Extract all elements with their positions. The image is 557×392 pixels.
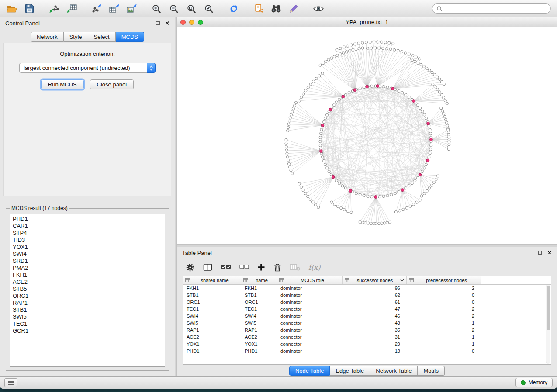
delete-table-button[interactable]	[290, 263, 300, 271]
toolbar-separator	[144, 3, 144, 14]
close-table-panel-button[interactable]	[547, 251, 552, 255]
mcds-result-list[interactable]: PHD1CAR1STP4TID3YOX1SWI4SRD1PMA2FKH1ACE2…	[10, 214, 165, 367]
refresh-button[interactable]	[225, 2, 242, 16]
open-button[interactable]	[3, 2, 20, 16]
close-panel-icon-button[interactable]	[165, 21, 170, 25]
table-cell: 31	[343, 334, 407, 340]
mcds-result-item[interactable]: CAR1	[13, 223, 162, 230]
table-row[interactable]: ORC1ORC1dominator610	[183, 299, 551, 306]
add-row-button[interactable]	[257, 263, 265, 271]
table-row[interactable]: PHD1PHD1dominator180	[183, 347, 551, 354]
mcds-result-item[interactable]: YOX1	[13, 244, 162, 251]
column-type-icon	[279, 278, 284, 282]
mcds-result-item[interactable]: SWI5	[13, 313, 162, 320]
search-input[interactable]	[445, 6, 547, 12]
mcds-result-item[interactable]: FKH1	[13, 272, 162, 279]
table-row[interactable]: RAP1RAP1dominator352	[183, 327, 551, 334]
tab-network[interactable]: Network	[31, 32, 64, 42]
save-button[interactable]	[21, 2, 38, 16]
mcds-result-item[interactable]: TID3	[13, 237, 162, 244]
network-graph-svg[interactable]	[177, 27, 557, 244]
network-window-titlebar[interactable]: YPA_prune.txt_1	[177, 17, 557, 27]
float-table-panel-button[interactable]	[538, 251, 542, 255]
close-panel-button[interactable]: Close panel	[90, 79, 134, 89]
mcds-tab-content: Optimization criterion: largest connecte…	[3, 43, 171, 196]
import-table-button[interactable]	[63, 2, 80, 16]
window-zoom-button[interactable]	[198, 20, 203, 25]
mcds-result-item[interactable]: STB1	[13, 306, 162, 313]
table-row[interactable]: YOX1YOX1connector291	[183, 340, 551, 347]
export-network-button[interactable]	[88, 2, 105, 16]
tab-style[interactable]: Style	[64, 32, 88, 42]
mcds-result-title: MCDS result (17 nodes)	[10, 205, 69, 211]
table-settings-button[interactable]	[186, 263, 195, 272]
column-header-shared-name[interactable]: shared name	[183, 276, 241, 284]
zoom-out-icon	[169, 4, 179, 14]
mcds-result-item[interactable]: GCR1	[13, 327, 162, 334]
find-button[interactable]	[268, 2, 284, 16]
mcds-result-item[interactable]: SWI4	[13, 251, 162, 258]
table-row[interactable]: SWI5SWI5connector431	[183, 320, 551, 327]
column-header-name[interactable]: name	[241, 276, 277, 284]
tab-select[interactable]: Select	[88, 32, 116, 42]
table-cell: connector	[277, 320, 343, 326]
mcds-result-item[interactable]: STP4	[13, 230, 162, 237]
tab-motifs[interactable]: Motifs	[418, 366, 445, 376]
mcds-result-item[interactable]: TEC1	[13, 320, 162, 327]
tab-network-table[interactable]: Network Table	[370, 366, 418, 376]
export-image-icon	[126, 4, 137, 14]
zoom-in-button[interactable]	[148, 2, 165, 16]
memory-button[interactable]: Memory	[515, 378, 553, 387]
clone-network-button[interactable]	[250, 2, 267, 16]
show-graphics-details-button[interactable]	[310, 2, 327, 16]
table-cell: dominator	[277, 292, 343, 298]
column-header-MCDS-role[interactable]: MCDS role	[277, 276, 343, 284]
export-table-button[interactable]	[106, 2, 122, 16]
mcds-result-item[interactable]: STB5	[13, 285, 162, 292]
table-panel: Table Panel f(x) sh	[177, 247, 557, 376]
column-header-filler	[481, 276, 551, 284]
mcds-result-item[interactable]: ORC1	[13, 292, 162, 299]
panel-menu-button[interactable]	[4, 378, 17, 387]
function-builder-button[interactable]: f(x)	[308, 263, 320, 272]
mcds-result-item[interactable]: ACE2	[13, 279, 162, 285]
table-cell: SWI5	[241, 320, 277, 326]
zoom-selected-button[interactable]	[201, 2, 217, 16]
table-row[interactable]: ACE2ACE2connector311	[183, 334, 551, 340]
float-panel-button[interactable]	[156, 21, 160, 25]
table-vertical-scrollbar[interactable]	[546, 285, 550, 364]
optimization-criterion-select[interactable]: largest connected component (undirected)	[19, 63, 156, 73]
deselect-all-button[interactable]	[239, 264, 249, 271]
export-image-button[interactable]	[123, 2, 140, 16]
column-header-successor-nodes[interactable]: successor nodes	[343, 276, 407, 284]
table-row[interactable]: SWI4SWI4dominator462	[183, 313, 551, 320]
zoom-fit-button[interactable]	[183, 2, 200, 16]
run-mcds-button[interactable]: Run MCDS	[41, 79, 84, 89]
tab-mcds[interactable]: MCDS	[116, 32, 144, 42]
table-row[interactable]: STB1STB1dominator620	[183, 292, 551, 299]
delete-row-button[interactable]	[273, 263, 281, 272]
mcds-result-item[interactable]: RAP1	[13, 299, 162, 306]
plus-icon	[257, 263, 265, 271]
table-row[interactable]: TEC1TEC1connector472	[183, 306, 551, 313]
select-all-button[interactable]	[221, 264, 231, 271]
tab-edge-table[interactable]: Edge Table	[330, 366, 370, 376]
status-bar: Memory	[0, 376, 557, 389]
window-minimize-button[interactable]	[189, 20, 194, 25]
style-wizard-button[interactable]	[285, 2, 302, 16]
column-header-predecessor-nodes[interactable]: predecessor nodes	[407, 276, 481, 284]
show-columns-button[interactable]	[203, 263, 212, 271]
table-cell: 1	[407, 341, 481, 347]
zoom-out-button[interactable]	[166, 2, 182, 16]
mcds-result-item[interactable]: PMA2	[13, 265, 162, 272]
scrollbar-thumb[interactable]	[547, 286, 550, 330]
table-cell: YOX1	[241, 341, 277, 347]
network-canvas[interactable]	[177, 27, 557, 244]
window-close-button[interactable]	[180, 20, 186, 25]
search-box[interactable]	[432, 3, 551, 14]
table-row[interactable]: FKH1FKH1dominator962	[183, 285, 551, 292]
mcds-result-item[interactable]: SRD1	[13, 258, 162, 265]
import-network-button[interactable]	[46, 2, 62, 16]
mcds-result-item[interactable]: PHD1	[13, 216, 162, 223]
tab-node-table[interactable]: Node Table	[289, 366, 330, 376]
